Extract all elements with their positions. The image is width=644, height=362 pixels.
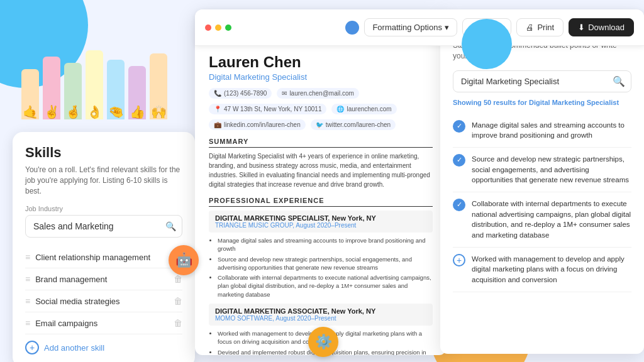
formatting-options-button[interactable]: Formatting Options ▾	[364, 18, 457, 36]
hand-5: 🤏	[107, 60, 125, 119]
download-button[interactable]: ⬇ Download	[569, 18, 634, 36]
resp-check-2[interactable]: ✓	[453, 199, 465, 211]
formatting-options-label: Formatting Options	[372, 23, 442, 32]
skill-item-3: ≡ Email campaigns 🗑	[25, 312, 182, 334]
skills-description: You're on a roll. Let's find relevant sk…	[25, 165, 182, 196]
delete-skill-2[interactable]: 🗑	[174, 296, 182, 306]
job-search-wrap: 🔍	[453, 70, 631, 92]
color-picker-button[interactable]	[345, 21, 359, 35]
phone-icon: 📞	[214, 90, 221, 97]
results-text: Showing 50 results for	[453, 99, 527, 106]
resp-text-1: Source and develop new strategic partner…	[472, 154, 631, 185]
delete-skill-1[interactable]: 🗑	[174, 274, 182, 284]
job-1-title: DIGITAL MARKETING ASSOCIATE, New York, N…	[215, 307, 426, 315]
hand-1: 🤙	[21, 69, 39, 119]
print-icon: 🖨	[526, 23, 534, 32]
resp-text-2: Collaborate with internal departments to…	[472, 199, 631, 241]
results-highlight: Digital Marketing Specialist	[529, 99, 619, 106]
add-skill-label: Add another skill	[44, 343, 104, 353]
resp-item-1: ✓ Source and develop new strategic partn…	[453, 148, 631, 192]
location-icon: 📍	[214, 106, 221, 112]
resp-item-2: ✓ Collaborate with internal departments …	[453, 192, 631, 248]
experience-heading: PROFESSIONAL EXPERIENCE	[209, 197, 433, 207]
drag-icon: ≡	[25, 274, 30, 284]
hand-3: 🤞	[64, 63, 82, 119]
contact-linkedin: 💼 linkedin.com/in/lauren-chen	[209, 119, 306, 130]
robot-badge: 🤖	[169, 245, 199, 275]
download-icon: ⬇	[578, 23, 585, 32]
search-icon: 🔍	[165, 221, 176, 231]
contact-website: 🌐 laurenchen.com	[331, 104, 396, 114]
skills-title: Skills	[25, 145, 182, 161]
skill-item-1: ≡ Brand management 🗑	[25, 268, 182, 290]
hand-2: ✌️	[43, 57, 60, 119]
hand-4: 👌	[86, 50, 103, 119]
industry-input[interactable]	[25, 215, 182, 238]
job-search-input[interactable]	[453, 70, 631, 92]
drag-icon: ≡	[25, 252, 30, 262]
contact-email: ✉ lauren.chen@mail.com	[277, 88, 358, 99]
chevron-down-icon: ▾	[445, 23, 449, 32]
resume-panel: Lauren Chen Digital Marketing Specialist…	[195, 9, 447, 355]
print-button[interactable]: 🖨 Print	[516, 18, 564, 36]
resume-job-title: Digital Marketing Specialist	[209, 72, 433, 82]
header-bar: Formatting Options ▾ ✉ Email 🖨 Print ⬇ D…	[195, 9, 644, 46]
resp-check-1[interactable]: ✓	[453, 154, 465, 167]
job-1-header: DIGITAL MARKETING ASSOCIATE, New York, N…	[209, 304, 433, 326]
deco-circle-blue2	[462, 19, 512, 69]
resp-item-0: ✓ Manage digital sales and streaming acc…	[453, 114, 631, 148]
job-0-company: TRIANGLE MUSIC GROUP, August 2020–Presen…	[215, 222, 426, 229]
drag-icon: ≡	[25, 296, 30, 306]
job-search-icon: 🔍	[613, 75, 625, 87]
contact-row: 📞 (123) 456-7890 ✉ lauren.chen@mail.com …	[209, 88, 433, 130]
hands-illustration: 🤙 ✌️ 🤞 👌 🤏 👍 🙌	[13, 25, 176, 119]
dot-red	[205, 25, 211, 31]
resume-content: Lauren Chen Digital Marketing Specialist…	[195, 41, 447, 355]
contact-phone: 📞 (123) 456-7890	[209, 88, 272, 99]
window-dots	[205, 25, 231, 31]
job-0-header: DIGITAL MARKETING SPECIALIST, New York, …	[209, 211, 433, 233]
results-count: Showing 50 results for Digital Marketing…	[453, 99, 631, 106]
download-label: Download	[588, 23, 625, 32]
skill-name-1: Brand management	[35, 275, 107, 284]
email-icon: ✉	[282, 90, 287, 97]
contact-twitter: 🐦 twitter.com/lauren-chen	[311, 119, 396, 130]
delete-skill-3[interactable]: 🗑	[174, 318, 182, 328]
hand-6: 👍	[128, 66, 146, 119]
contact-address: 📍 47 W 13th St, New York, NY 10011	[209, 104, 326, 114]
add-skill-button[interactable]: + Add another skill	[25, 334, 182, 354]
skill-name-0: Client relationship management	[35, 253, 150, 262]
job-0-bullets: Manage digital sales and streaming accou…	[209, 236, 433, 299]
resp-add-3[interactable]: +	[453, 254, 465, 266]
skill-item-2: ≡ Social media strategies 🗑	[25, 290, 182, 312]
bullet-0-0: Manage digital sales and streaming accou…	[218, 236, 433, 253]
hand-7: 🙌	[150, 53, 167, 119]
skill-name-2: Social media strategies	[35, 297, 119, 306]
summary-text: Digital Marketing Specialist with 4+ yea…	[209, 151, 433, 189]
skill-item-0: ≡ Client relationship management 🗑	[25, 246, 182, 268]
bullet-0-1: Source and develop new strategic partner…	[218, 255, 433, 272]
dot-yellow	[215, 25, 221, 31]
resume-name: Lauren Chen	[209, 53, 433, 71]
summary-heading: SUMMARY	[209, 138, 433, 148]
print-label: Print	[537, 23, 554, 32]
bullet-0-2: Collaborate with internal departments to…	[218, 273, 433, 299]
resp-check-0[interactable]: ✓	[453, 120, 465, 133]
linkedin-icon: 💼	[214, 121, 221, 128]
resp-item-3: + Worked with management to develop and …	[453, 248, 631, 292]
dot-green	[225, 25, 231, 31]
web-icon: 🌐	[336, 106, 344, 112]
resp-text-0: Manage digital sales and streaming accou…	[472, 120, 631, 141]
industry-search-wrap: 🔍	[25, 215, 182, 238]
industry-label: Job Industry	[25, 205, 182, 212]
skill-name-3: Email campaigns	[35, 319, 97, 328]
drag-icon: ≡	[25, 318, 30, 328]
job-1-company: MOMO SOFTWARE, August 2020–Present	[215, 315, 426, 322]
job-0-title: DIGITAL MARKETING SPECIALIST, New York, …	[215, 214, 426, 222]
gear-badge: ⚙️	[308, 327, 338, 357]
resp-text-3: Worked with management to develop and ap…	[472, 254, 631, 285]
twitter-icon: 🐦	[316, 121, 323, 128]
skills-card: Skills You're on a roll. Let's find rele…	[13, 132, 195, 362]
add-icon: +	[25, 341, 39, 354]
